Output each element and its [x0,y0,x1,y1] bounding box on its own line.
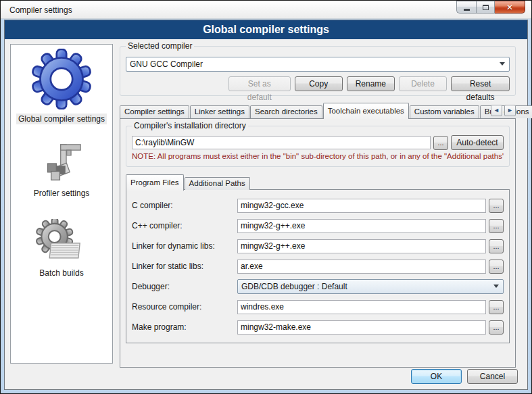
field-label: Resource compiler: [132,302,237,312]
c-compiler-browse-button[interactable]: ... [489,199,504,213]
make-program-input[interactable] [237,320,486,335]
ok-button[interactable]: OK [411,369,462,384]
copy-button[interactable]: Copy [295,76,343,91]
field-label: Linker for dynamic libs: [132,241,237,251]
cpp-compiler-input[interactable] [237,219,486,233]
field-label: Linker for static libs: [132,262,237,271]
auto-detect-button[interactable]: Auto-detect [451,135,504,150]
arrow-left-icon: ◄ [493,107,500,114]
resource-compiler-browse-button[interactable]: ... [489,300,504,314]
sidebar-item-label: Profiler settings [32,188,92,199]
sidebar-item-batch-builds[interactable]: Batch builds [11,219,112,278]
minimize-button[interactable] [456,1,476,14]
debugger-row: Debugger: GDB/CDB debugger : Default [132,279,504,294]
field-label: C++ compiler: [132,221,237,230]
tab-custom-variables[interactable]: Custom variables [410,105,479,118]
dynamic-linker-browse-button[interactable]: ... [489,239,504,253]
field-label: C compiler: [132,201,237,210]
reset-defaults-button[interactable]: Reset defaults [451,76,510,91]
titlebar[interactable]: Compiler settings ✕ [1,1,531,19]
arrow-right-icon: ► [507,107,513,114]
gray-gear-stack-icon [36,219,87,264]
tab-scroll-right-button[interactable]: ► [504,105,516,116]
static-linker-input[interactable] [237,260,486,274]
settings-sidebar: Global compiler settings [10,44,113,364]
subtab-additional-paths[interactable]: Additional Paths [185,177,250,190]
settings-content: Selected compiler GNU GCC Compiler Set a… [120,43,516,368]
blue-gear-icon [31,49,92,109]
window-title: Compiler settings [9,5,72,15]
field-label: Debugger: [132,282,237,291]
bin-subdirectory-note: NOTE: All programs must exist either in … [132,152,504,160]
rename-button[interactable]: Rename [347,76,395,91]
window-controls: ✕ [456,1,525,14]
compiler-settings-dialog: Compiler settings ✕ Global compiler sett… [0,0,532,394]
compiler-buttons-row: Set as default Copy Rename Delete Reset … [126,76,510,91]
chevron-down-icon [500,62,505,66]
make-program-row: Make program: ... [132,320,504,335]
debugger-select-value: GDB/CDB debugger : Default [241,282,347,291]
page-title: Global compiler settings [203,24,329,36]
dialog-client: Global compiler settings [4,20,528,390]
header-banner: Global compiler settings [5,20,527,39]
minimize-icon [464,9,470,11]
maximize-icon [483,5,489,10]
resource-compiler-row: Resource compiler: ... [132,299,504,314]
tab-scroll-controls: ◄ ► [491,105,516,116]
c-compiler-row: C compiler: ... [132,198,504,213]
tab-compiler-settings[interactable]: Compiler settings [120,105,189,118]
static-linker-row: Linker for static libs: ... [132,259,504,274]
program-files-panel: C compiler: ... C++ compiler: ... Linker… [126,189,510,343]
close-icon: ✕ [506,3,513,11]
compiler-select-value: GNU GCC Compiler [130,59,203,69]
cancel-button[interactable]: Cancel [467,369,518,384]
tab-scroll-left-button[interactable]: ◄ [491,105,502,116]
group-label: Compiler's installation directory [132,121,248,130]
resource-compiler-input[interactable] [237,300,486,314]
maximize-button[interactable] [476,1,495,14]
selected-compiler-group: Selected compiler GNU GCC Compiler Set a… [120,46,516,96]
installation-directory-group: Compiler's installation directory ... Au… [126,126,510,167]
cpp-compiler-browse-button[interactable]: ... [489,219,504,233]
subtab-program-files[interactable]: Program Files [126,174,184,191]
static-linker-browse-button[interactable]: ... [489,260,504,274]
cpp-compiler-row: C++ compiler: ... [132,218,504,233]
installation-directory-row: ... Auto-detect [132,135,504,150]
installation-directory-browse-button[interactable]: ... [433,136,448,150]
program-files-tabstrip: Program Files Additional Paths [126,175,515,190]
delete-button[interactable]: Delete [399,76,447,91]
sidebar-item-profiler-settings[interactable]: Profiler settings [11,143,112,199]
main-tabstrip: Compiler settings Linker settings Search… [120,102,516,118]
dynamic-linker-input[interactable] [237,239,486,253]
c-compiler-input[interactable] [237,199,486,213]
installation-directory-input[interactable] [132,136,431,149]
sidebar-item-global-compiler-settings[interactable]: Global compiler settings [11,49,112,124]
close-button[interactable]: ✕ [495,1,525,14]
make-program-browse-button[interactable]: ... [489,320,504,335]
caliper-icon [40,143,83,184]
toolchain-executables-panel: Compiler's installation directory ... Au… [120,118,516,368]
sidebar-item-label: Batch builds [37,268,85,278]
group-label: Selected compiler [126,41,194,51]
debugger-select[interactable]: GDB/CDB debugger : Default [237,279,504,294]
dialog-footer: OK Cancel [411,369,518,384]
field-label: Make program: [132,322,237,332]
tab-search-directories[interactable]: Search directories [250,105,322,118]
sidebar-item-label: Global compiler settings [16,114,107,124]
dynamic-linker-row: Linker for dynamic libs: ... [132,239,504,253]
set-as-default-button[interactable]: Set as default [228,76,291,91]
chevron-down-icon [493,285,499,288]
compiler-select[interactable]: GNU GCC Compiler [126,57,510,72]
tab-linker-settings[interactable]: Linker settings [190,105,249,118]
tab-toolchain-executables[interactable]: Toolchain executables [323,103,409,119]
